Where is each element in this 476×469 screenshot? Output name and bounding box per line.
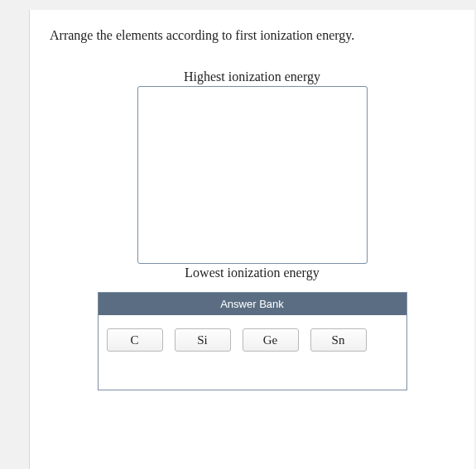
tile-ge[interactable]: Ge — [243, 328, 299, 352]
answer-bank: Answer Bank C Si Ge Sn — [98, 292, 407, 390]
answer-bank-header: Answer Bank — [99, 293, 406, 315]
answer-bank-body[interactable]: C Si Ge Sn — [99, 315, 406, 390]
lowest-label: Lowest ionization energy — [185, 266, 319, 280]
ranking-area: Highest ionization energy Lowest ionizat… — [50, 69, 454, 390]
tile-c[interactable]: C — [107, 328, 163, 352]
question-card: Arrange the elements according to first … — [29, 10, 474, 469]
tile-sn[interactable]: Sn — [310, 328, 367, 352]
highest-label: Highest ionization energy — [184, 69, 320, 84]
ranking-drop-zone[interactable] — [137, 86, 368, 264]
tile-si[interactable]: Si — [175, 328, 231, 352]
question-text: Arrange the elements according to first … — [50, 28, 454, 43]
